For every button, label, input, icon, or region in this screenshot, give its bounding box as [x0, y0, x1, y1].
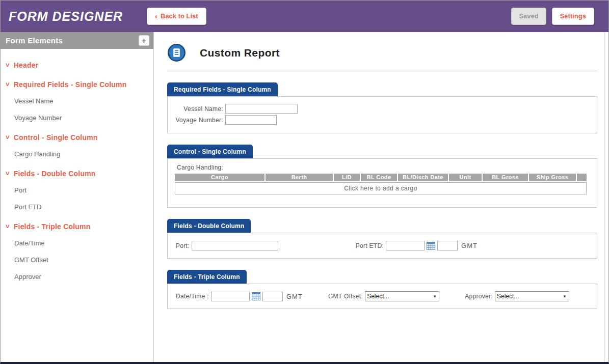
calendar-icon[interactable]: [427, 242, 435, 250]
sidebar-group-triple-column: ˅ Fields - Triple Column Date/Time GMT O…: [1, 218, 153, 285]
column-header-bl-disch-date: BL/Disch Date: [398, 174, 448, 181]
sidebar-group-triple-column-row[interactable]: ˅ Fields - Triple Column: [1, 218, 153, 235]
sidebar-item-vessel-name[interactable]: Vessel Name: [1, 93, 153, 109]
cargo-handling-label: Cargo Handling:: [177, 164, 587, 171]
vessel-name-input[interactable]: [225, 104, 298, 114]
column-header-unit: Unit: [449, 174, 482, 181]
date-time-group: Date/Time :: [176, 292, 303, 301]
chevron-down-icon: ˅: [6, 63, 10, 68]
approver-select[interactable]: Select...: [495, 291, 569, 301]
form-elements-header: Form Elements +: [1, 32, 153, 49]
column-header-berth: Berth: [266, 174, 333, 181]
group-label: Control - Single Column: [14, 133, 98, 142]
back-to-list-button[interactable]: ‹ Back to List: [147, 8, 206, 25]
sidebar-item-port-etd[interactable]: Port ETD: [1, 199, 153, 215]
gmt-label: GMT: [286, 293, 303, 300]
chevron-down-icon: ˅: [6, 82, 10, 87]
sidebar-group-double-column: ˅ Fields - Double Column Port Port ETD: [1, 165, 153, 215]
content-layout: Form Elements + ˅ Header ˅ Required Fiel…: [1, 32, 608, 362]
gmt-label: GMT: [461, 242, 478, 249]
column-header-ship-gross: Ship Gross: [529, 174, 576, 181]
gmt-offset-select[interactable]: Select...: [365, 291, 439, 301]
column-header-bl-code: BL Code: [361, 174, 397, 181]
port-input[interactable]: [192, 241, 278, 250]
voyage-number-input[interactable]: [225, 115, 277, 125]
port-etd-gmt-input[interactable]: [437, 241, 458, 250]
app-title: FORM DESIGNER: [1, 9, 147, 24]
sidebar-group-header[interactable]: ˅ Header: [1, 57, 153, 73]
voyage-number-label: Voyage Number:: [168, 117, 225, 124]
element-tree: ˅ Header ˅ Required Fields - Single Colu…: [1, 49, 153, 285]
group-label: Header: [14, 61, 39, 69]
panel-triple-column: Date/Time :: [167, 284, 597, 309]
column-header-ld: L/D: [334, 174, 360, 181]
topbar-actions: Saved Settings: [511, 8, 608, 25]
voyage-number-row: Voyage Number:: [168, 115, 597, 125]
chevron-left-icon: ‹: [155, 14, 157, 19]
date-time-gmt-input[interactable]: [262, 292, 283, 301]
section-triple-column: Fields - Triple Column Date/Time :: [167, 270, 597, 309]
back-to-list-label: Back to List: [161, 12, 198, 20]
form-elements-title: Form Elements: [6, 36, 63, 45]
tab-triple-column[interactable]: Fields - Triple Column: [167, 270, 247, 284]
column-header-bl-gross: BL Gross: [483, 174, 528, 181]
document-icon: [167, 43, 186, 62]
gmt-offset-group: GMT Offset: Select... ▼: [328, 291, 439, 301]
sidebar-item-cargo-handling[interactable]: Cargo Handling: [1, 146, 153, 162]
calendar-icon[interactable]: [252, 292, 260, 300]
sidebar-item-voyage-number[interactable]: Voyage Number: [1, 109, 153, 126]
panel-required-fields: Vessel Name: Voyage Number:: [167, 96, 597, 133]
settings-button[interactable]: Settings: [552, 8, 594, 25]
group-label: Fields - Double Column: [14, 170, 96, 178]
approver-group: Approver: Select... ▼: [465, 291, 569, 301]
panel-control: Cargo Handling: Cargo Berth L/D BL Code …: [167, 158, 597, 208]
tab-required-fields[interactable]: Required Fields - Single Column: [167, 82, 278, 96]
sidebar-group-header-section: ˅ Header: [1, 57, 153, 73]
date-time-input[interactable]: [211, 292, 250, 301]
date-time-label: Date/Time :: [176, 293, 209, 300]
tab-double-column[interactable]: Fields - Double Column: [167, 219, 251, 233]
saved-button[interactable]: Saved: [511, 8, 546, 25]
add-cargo-row[interactable]: Click here to add a cargo: [175, 182, 587, 194]
sidebar-group-control: ˅ Control - Single Column Cargo Handling: [1, 129, 153, 162]
panel-double-column: Port: Port ETD:: [167, 233, 597, 259]
section-control: Control - Single Column Cargo Handling: …: [167, 145, 597, 208]
chevron-down-icon: ˅: [6, 171, 10, 176]
sidebar-group-required-fields: ˅ Required Fields - Single Column Vessel…: [1, 76, 153, 126]
port-etd-group: Port ETD:: [356, 241, 478, 250]
vessel-name-row: Vessel Name:: [168, 104, 597, 114]
chevron-down-icon: ˅: [6, 135, 10, 140]
sidebar-group-control-row[interactable]: ˅ Control - Single Column: [1, 129, 153, 146]
port-etd-label: Port ETD:: [356, 242, 384, 249]
group-label: Fields - Triple Column: [14, 222, 91, 231]
sidebar-group-required-fields-row[interactable]: ˅ Required Fields - Single Column: [1, 76, 153, 93]
app-window: FORM DESIGNER ‹ Back to List Saved Setti…: [0, 0, 609, 364]
vessel-name-label: Vessel Name:: [168, 105, 225, 113]
topbar: FORM DESIGNER ‹ Back to List Saved Setti…: [1, 1, 608, 32]
sidebar-item-gmt-offset[interactable]: GMT Offset: [1, 251, 153, 268]
report-header: Custom Report: [167, 32, 597, 71]
port-etd-input[interactable]: [386, 241, 425, 250]
column-header-actions: [577, 174, 587, 181]
form-canvas: Custom Report Required Fields - Single C…: [154, 32, 604, 362]
group-label: Required Fields - Single Column: [14, 80, 127, 89]
add-element-button[interactable]: +: [139, 35, 149, 46]
port-label: Port:: [176, 242, 190, 249]
sidebar-item-port[interactable]: Port: [1, 182, 153, 199]
gmt-offset-label: GMT Offset:: [328, 293, 363, 300]
page-title: Custom Report: [200, 47, 280, 59]
sidebar: Form Elements + ˅ Header ˅ Required Fiel…: [1, 32, 154, 362]
sidebar-group-double-column-row[interactable]: ˅ Fields - Double Column: [1, 165, 153, 182]
approver-label: Approver:: [465, 293, 493, 300]
cargo-table-header: Cargo Berth L/D BL Code BL/Disch Date Un…: [175, 174, 587, 181]
sidebar-item-approver[interactable]: Approver: [1, 268, 153, 285]
section-required-fields: Required Fields - Single Column Vessel N…: [167, 82, 597, 133]
section-double-column: Fields - Double Column Port: Port ETD:: [167, 219, 597, 259]
tab-control[interactable]: Control - Single Column: [167, 145, 253, 158]
port-group: Port:: [176, 241, 278, 250]
column-header-cargo: Cargo: [175, 174, 264, 181]
chevron-down-icon: ˅: [6, 224, 10, 229]
sidebar-item-date-time[interactable]: Date/Time: [1, 235, 153, 251]
